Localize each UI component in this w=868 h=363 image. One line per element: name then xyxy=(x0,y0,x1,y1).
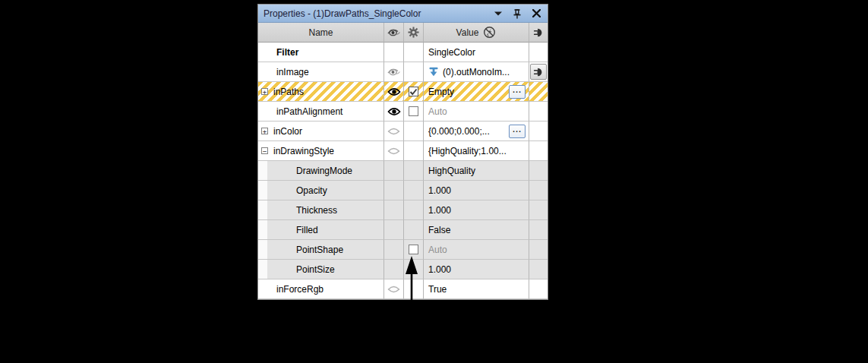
property-name-cell[interactable]: Thickness xyxy=(258,200,384,220)
eye-closed-icon[interactable] xyxy=(387,286,400,293)
property-rows: FilterSingleColorinImage(0).outMonoIm...… xyxy=(258,43,548,299)
eye-closed-icon[interactable] xyxy=(387,147,400,155)
enable-cell[interactable] xyxy=(404,279,424,299)
checkbox-unchecked[interactable] xyxy=(409,245,418,254)
ellipsis-button[interactable]: ... xyxy=(509,125,526,138)
property-row-inImage[interactable]: inImage(0).outMonoIm... xyxy=(258,62,548,82)
property-row-PointSize[interactable]: PointSize1.000 xyxy=(258,260,548,279)
property-name-cell[interactable]: +inColor xyxy=(258,122,384,141)
chevron-down-icon[interactable] xyxy=(492,8,504,20)
property-value-cell[interactable]: Empty... xyxy=(424,82,529,102)
property-value: SingleColor xyxy=(428,47,475,58)
connect-cell[interactable] xyxy=(529,141,548,161)
property-name-cell[interactable]: inImage xyxy=(258,62,384,82)
enable-cell[interactable] xyxy=(404,161,424,181)
property-name-cell[interactable]: inForceRgb xyxy=(258,279,384,299)
enable-cell[interactable] xyxy=(404,200,424,220)
property-row-Filter[interactable]: FilterSingleColor xyxy=(258,43,548,62)
visibility-cell[interactable] xyxy=(384,43,404,62)
connect-cell[interactable] xyxy=(529,240,548,260)
connect-cell[interactable] xyxy=(529,279,548,299)
connect-cell[interactable] xyxy=(529,122,548,141)
property-row-Filled[interactable]: FilledFalse xyxy=(258,220,548,240)
visibility-cell[interactable] xyxy=(384,141,404,161)
property-value-cell[interactable]: {0.000;0.000;...... xyxy=(424,122,529,141)
property-value-cell[interactable]: {HighQuality;1.00... xyxy=(424,141,529,161)
visibility-cell[interactable] xyxy=(384,62,404,82)
connect-cell[interactable] xyxy=(529,181,548,200)
connect-cell[interactable] xyxy=(529,161,548,181)
property-name-cell[interactable]: PointSize xyxy=(258,260,384,279)
connect-cell[interactable] xyxy=(529,200,548,220)
expander-plus-icon[interactable]: + xyxy=(261,128,268,134)
property-name-cell[interactable]: −inDrawingStyle xyxy=(258,141,384,161)
enable-cell[interactable] xyxy=(404,260,424,279)
visibility-cell[interactable] xyxy=(384,82,404,102)
ellipsis-button[interactable]: ... xyxy=(509,85,526,99)
connect-cell[interactable] xyxy=(529,260,548,279)
enable-cell[interactable] xyxy=(404,82,424,102)
close-icon[interactable] xyxy=(530,8,542,20)
property-value-cell[interactable]: Auto xyxy=(424,102,529,122)
property-row-inPathAlignment[interactable]: inPathAlignmentAuto xyxy=(258,102,548,122)
visibility-cell[interactable] xyxy=(384,122,404,141)
property-name-cell[interactable]: +inPaths xyxy=(258,82,384,102)
property-row-inColor[interactable]: +inColor{0.000;0.000;...... xyxy=(258,122,548,141)
property-row-inPaths[interactable]: +inPathsEmpty... xyxy=(258,82,548,102)
enable-cell[interactable] xyxy=(404,43,424,62)
property-value-cell[interactable]: (0).outMonoIm... xyxy=(424,62,529,82)
enable-cell[interactable] xyxy=(404,220,424,240)
visibility-cell[interactable] xyxy=(384,279,404,299)
property-value-cell[interactable]: 1.000 xyxy=(424,181,529,200)
property-row-inForceRgb[interactable]: inForceRgbTrue xyxy=(258,279,548,299)
visibility-cell[interactable] xyxy=(384,260,404,279)
property-name-cell[interactable]: PointShape xyxy=(258,240,384,260)
enable-cell[interactable] xyxy=(404,240,424,260)
property-value-cell[interactable]: Auto xyxy=(424,240,529,260)
checkbox-checked[interactable] xyxy=(409,87,418,96)
property-name-cell[interactable]: inPathAlignment xyxy=(258,102,384,122)
enable-cell[interactable] xyxy=(404,102,424,122)
property-row-inDrawingStyle[interactable]: −inDrawingStyle{HighQuality;1.00... xyxy=(258,141,548,161)
eye-closed-icon[interactable] xyxy=(387,128,400,135)
visibility-cell[interactable] xyxy=(384,102,404,122)
eye-open-icon[interactable] xyxy=(387,87,401,96)
checkbox-unchecked[interactable] xyxy=(409,106,418,116)
eye-open-icon[interactable] xyxy=(387,107,401,116)
property-name-cell[interactable]: Filled xyxy=(258,220,384,240)
property-row-Opacity[interactable]: Opacity1.000 xyxy=(258,181,548,200)
property-value-cell[interactable]: 1.000 xyxy=(424,200,529,220)
property-value-cell[interactable]: 1.000 xyxy=(424,260,529,279)
pin-icon[interactable] xyxy=(511,8,523,20)
visibility-cell[interactable] xyxy=(384,181,404,200)
property-name-cell[interactable]: Filter xyxy=(258,43,384,62)
property-value-cell[interactable]: SingleColor xyxy=(424,43,529,62)
connect-cell[interactable] xyxy=(529,220,548,240)
property-value-cell[interactable]: True xyxy=(424,279,529,299)
connect-cell[interactable] xyxy=(529,43,548,62)
visibility-cell[interactable] xyxy=(384,220,404,240)
visibility-cell[interactable] xyxy=(384,240,404,260)
property-value-cell[interactable]: HighQuality xyxy=(424,161,529,181)
property-row-Thickness[interactable]: Thickness1.000 xyxy=(258,200,548,220)
enable-cell[interactable] xyxy=(404,122,424,141)
connect-cell[interactable] xyxy=(529,82,548,102)
visibility-cell[interactable] xyxy=(384,161,404,181)
eye-dimmed-icon[interactable] xyxy=(387,67,401,77)
expander-plus-icon[interactable]: + xyxy=(261,88,268,95)
enable-cell[interactable] xyxy=(404,62,424,82)
plug-icon xyxy=(533,67,544,77)
panel-titlebar[interactable]: Properties - (1)DrawPaths_SingleColor xyxy=(258,5,548,23)
enable-cell[interactable] xyxy=(404,141,424,161)
property-name-cell[interactable]: DrawingMode xyxy=(258,161,384,181)
connect-plug-button[interactable] xyxy=(530,64,547,80)
property-value-cell[interactable]: False xyxy=(424,220,529,240)
connect-cell[interactable] xyxy=(529,62,548,82)
connect-cell[interactable] xyxy=(529,102,548,122)
enable-cell[interactable] xyxy=(404,181,424,200)
property-name-cell[interactable]: Opacity xyxy=(258,181,384,200)
visibility-cell[interactable] xyxy=(384,200,404,220)
expander-minus-icon[interactable]: − xyxy=(261,147,268,154)
property-row-PointShape[interactable]: PointShapeAuto xyxy=(258,240,548,260)
property-row-DrawingMode[interactable]: DrawingModeHighQuality xyxy=(258,161,548,181)
